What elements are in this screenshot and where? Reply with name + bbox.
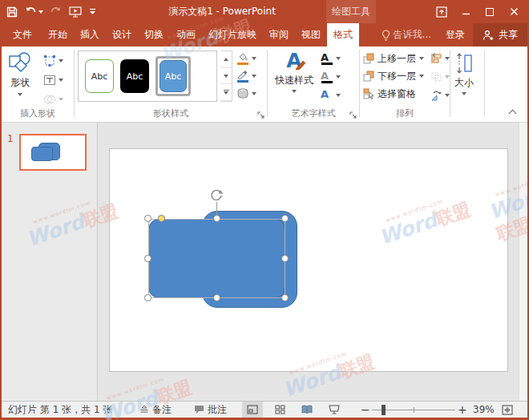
tab-format-active[interactable]: 格式 xyxy=(327,23,359,46)
rotate-handle[interactable] xyxy=(209,188,224,205)
group-label-arrange: 排列 xyxy=(360,107,450,119)
tab-review[interactable]: 审阅 xyxy=(263,23,295,46)
group-arrange: 上移一层 下移一层 选择窗格 xyxy=(360,46,450,122)
gallery-more-button[interactable] xyxy=(220,84,232,101)
resize-handle-bottom-right[interactable] xyxy=(281,294,289,301)
notes-button[interactable]: 备注 xyxy=(139,402,172,418)
slide-thumbnail-panel[interactable]: 1 xyxy=(2,123,98,401)
shape-styles-dialog-launcher[interactable] xyxy=(257,111,265,119)
shape-effects-button[interactable] xyxy=(236,85,256,102)
redo-button-disabled xyxy=(50,6,62,17)
maximize-button[interactable] xyxy=(478,0,502,23)
zoom-slider-thumb[interactable] xyxy=(382,405,386,415)
adjust-handle[interactable] xyxy=(158,215,165,222)
bring-forward-button[interactable]: 上移一层 xyxy=(363,50,424,67)
sign-in-button[interactable]: 登录 xyxy=(438,23,473,46)
shape-style-swatch-green[interactable]: Abc xyxy=(85,59,114,93)
group-wordart-styles: A 快速样式 A A A 艺术字样式 xyxy=(268,46,359,122)
bring-forward-icon xyxy=(363,53,374,64)
text-outline-icon: A xyxy=(321,71,333,83)
slide-1-thumbnail-selected[interactable] xyxy=(19,134,87,171)
tab-transitions[interactable]: 切换 xyxy=(138,23,170,46)
save-button[interactable] xyxy=(6,6,18,18)
reading-view-button[interactable] xyxy=(297,402,317,418)
shape-effects-icon xyxy=(236,87,249,100)
resize-handle-top-middle[interactable] xyxy=(213,215,220,222)
resize-handle-middle-left[interactable] xyxy=(144,255,151,262)
zoom-level[interactable]: 39% xyxy=(473,402,495,418)
close-button[interactable] xyxy=(502,0,526,23)
shape-style-swatch-blue-selected[interactable]: Abc xyxy=(160,60,187,92)
merge-shapes-icon xyxy=(43,93,56,106)
align-button[interactable] xyxy=(430,50,450,67)
group-button-disabled xyxy=(430,69,450,85)
quick-styles-button[interactable]: A 快速样式 xyxy=(271,50,317,93)
resize-handle-bottom-middle[interactable] xyxy=(213,294,220,301)
text-effects-caret xyxy=(336,94,341,97)
selection-pane-button[interactable]: 选择窗格 xyxy=(363,86,424,102)
gallery-scroll-down-button[interactable] xyxy=(220,68,232,85)
collapse-ribbon-button[interactable] xyxy=(509,108,516,115)
bring-forward-caret xyxy=(419,57,424,60)
zoom-out-button[interactable]: − xyxy=(361,402,370,418)
zoom-in-button[interactable]: + xyxy=(458,402,467,418)
align-icon xyxy=(430,53,442,64)
shape-fill-icon xyxy=(236,52,249,65)
edit-shape-icon xyxy=(43,55,56,67)
edit-shape-button[interactable] xyxy=(43,52,63,70)
customize-qat-button[interactable] xyxy=(89,8,96,15)
shape-outline-button[interactable] xyxy=(236,67,256,84)
fit-slide-to-window-button[interactable] xyxy=(502,402,513,418)
tell-me-box[interactable]: 告诉我... xyxy=(375,23,438,46)
group-label-wordart-styles: 艺术字样式 xyxy=(268,107,359,119)
selection-pane-label: 选择窗格 xyxy=(378,87,416,101)
text-fill-caret xyxy=(336,57,341,60)
rotate-button[interactable] xyxy=(430,87,450,103)
tab-design[interactable]: 设计 xyxy=(106,23,138,46)
comments-button[interactable]: 批注 xyxy=(194,402,227,418)
minimize-button[interactable] xyxy=(454,0,478,23)
text-box-button[interactable] xyxy=(43,71,63,89)
start-slideshow-button[interactable] xyxy=(69,6,82,18)
send-backward-button[interactable]: 下移一层 xyxy=(363,68,424,84)
text-effects-button[interactable]: A xyxy=(321,87,341,104)
resize-handle-bottom-left[interactable] xyxy=(144,294,151,301)
ribbon-display-options-button[interactable] xyxy=(430,0,454,23)
share-button[interactable]: 共享 xyxy=(473,23,527,46)
powerpoint-window: 演示文稿1 - PowerPoint 绘图工具 文件 开始 插入 设计 切换 动… xyxy=(0,0,529,420)
slide-counter: 幻灯片 第 1 张，共 1 张 xyxy=(8,402,112,418)
shape-fill-button[interactable] xyxy=(236,50,256,67)
vertical-scrollbar[interactable] xyxy=(519,123,527,401)
fit-slide-icon xyxy=(502,405,513,415)
text-outline-button[interactable]: A xyxy=(321,68,341,86)
slide-sorter-view-button[interactable] xyxy=(269,402,290,418)
contextual-tab-group-drawing-tools[interactable]: 绘图工具 xyxy=(326,0,376,23)
resize-handle-top-right[interactable] xyxy=(281,215,289,222)
resize-handle-top-left[interactable] xyxy=(144,215,151,222)
undo-button[interactable] xyxy=(25,6,43,17)
tab-insert[interactable]: 插入 xyxy=(74,23,106,46)
minimize-icon xyxy=(462,7,470,16)
selection-pane-icon xyxy=(363,88,374,99)
person-plus-icon xyxy=(483,30,495,41)
tab-animations[interactable]: 动画 xyxy=(170,23,202,46)
shape-outline-caret xyxy=(252,75,256,78)
wordart-dialog-launcher[interactable] xyxy=(349,111,357,119)
size-button[interactable]: 大小 xyxy=(454,53,474,95)
tab-home[interactable]: 开始 xyxy=(42,23,74,46)
tab-slideshow[interactable]: 幻灯片放映 xyxy=(202,23,263,46)
tab-view[interactable]: 视图 xyxy=(295,23,327,46)
slideshow-view-button[interactable] xyxy=(324,402,345,418)
text-fill-button[interactable]: A xyxy=(321,50,341,67)
slide-canvas[interactable] xyxy=(109,148,508,372)
shape-style-swatch-black[interactable]: Abc xyxy=(120,59,149,93)
normal-view-button[interactable] xyxy=(242,402,263,418)
shapes-button[interactable]: 形状 xyxy=(8,51,32,96)
tab-file[interactable]: 文件 xyxy=(3,23,42,46)
size-icon xyxy=(454,53,474,74)
quick-styles-caret xyxy=(292,90,297,93)
resize-handle-middle-right[interactable] xyxy=(281,255,289,262)
slideshow-icon xyxy=(69,6,82,18)
shapes-icon xyxy=(8,51,32,74)
gallery-scroll-up-button[interactable] xyxy=(220,51,232,68)
